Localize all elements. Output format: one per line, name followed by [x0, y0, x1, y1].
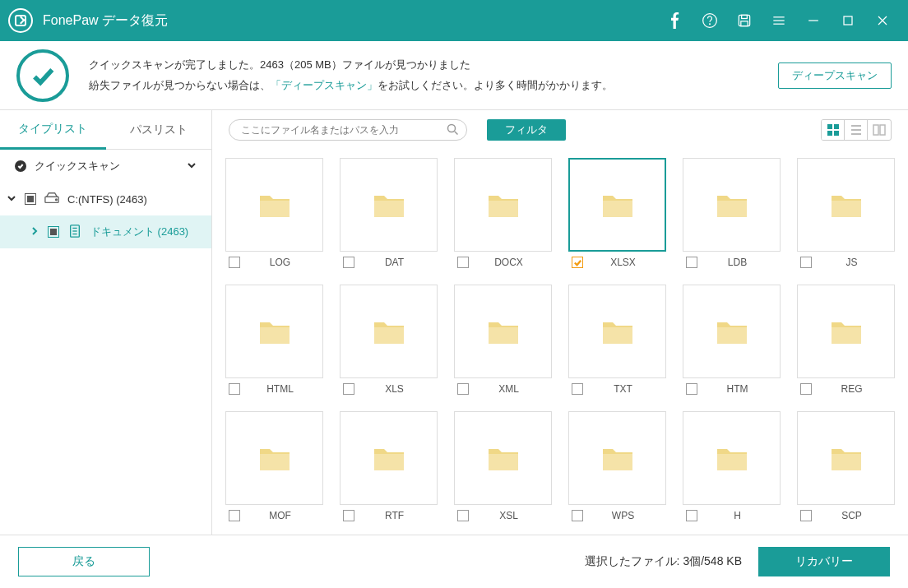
svg-rect-9: [844, 16, 852, 25]
folder-name: JS: [808, 257, 895, 268]
check-icon: [15, 160, 26, 172]
folder-card[interactable]: DAT: [340, 158, 438, 268]
folder-thumb[interactable]: [225, 285, 323, 378]
folder-name: LDB: [694, 257, 781, 268]
close-icon[interactable]: [865, 0, 900, 41]
folder-thumb[interactable]: [340, 411, 438, 505]
status-line1: クイックスキャンが完了しました。2463（205 MB）ファイルが見つかりました: [89, 55, 778, 76]
folder-thumb[interactable]: [797, 158, 895, 252]
folder-card[interactable]: MOF: [225, 411, 323, 521]
tree-quick-scan[interactable]: クイックスキャン: [0, 150, 211, 183]
folder-thumb[interactable]: [797, 285, 895, 378]
svg-rect-22: [827, 131, 832, 136]
folder-thumb[interactable]: [340, 158, 438, 252]
folder-grid-wrap[interactable]: LOGDATDOCXXLSXLDBJSHTMLXLSXMLTXTHTMREGMO…: [212, 150, 908, 535]
folder-card[interactable]: JS: [797, 158, 895, 268]
folder-grid: LOGDATDOCXXLSXLDBJSHTMLXLSXMLTXTHTMREGMO…: [225, 158, 895, 521]
folder-card[interactable]: H: [683, 411, 781, 521]
tree-drive[interactable]: C:(NTFS) (2463): [0, 183, 211, 215]
folder-card[interactable]: REG: [797, 285, 895, 395]
folder-thumb[interactable]: [568, 411, 666, 505]
recover-button[interactable]: リカバリー: [758, 547, 890, 576]
help-icon[interactable]: [693, 0, 727, 41]
maximize-icon[interactable]: [831, 0, 865, 41]
search-icon[interactable]: [447, 123, 459, 139]
menu-icon[interactable]: [762, 0, 796, 41]
scan-complete-icon: [16, 49, 69, 102]
svg-rect-3: [742, 15, 748, 18]
folder-label-row: MOF: [225, 510, 323, 521]
folder-card[interactable]: HTM: [683, 285, 781, 395]
search-input[interactable]: [229, 119, 467, 141]
folder-thumb[interactable]: [454, 158, 552, 252]
svg-point-1: [710, 24, 711, 25]
deep-scan-link[interactable]: 「ディープスキャン」: [271, 79, 378, 91]
view-toggle: [821, 119, 892, 141]
tab-type-list[interactable]: タイプリスト: [0, 110, 106, 150]
app-title: FonePaw データ復元: [43, 12, 168, 30]
folder-card[interactable]: LDB: [683, 158, 781, 268]
folder-label-row: JS: [797, 257, 895, 268]
folder-card[interactable]: XML: [454, 285, 552, 395]
folder-card[interactable]: RTF: [340, 411, 438, 521]
folder-label-row: DOCX: [454, 257, 552, 268]
back-button[interactable]: 戻る: [18, 547, 150, 576]
folder-thumb[interactable]: [454, 285, 552, 378]
folder-name: SCP: [808, 510, 895, 521]
folder-name: MOF: [237, 510, 323, 521]
chevron-down-icon[interactable]: [187, 160, 197, 173]
folder-label-row: HTML: [225, 383, 323, 395]
folder-thumb[interactable]: [340, 285, 438, 378]
minimize-icon[interactable]: [796, 0, 831, 41]
folder-card[interactable]: WPS: [568, 411, 666, 521]
folder-thumb[interactable]: [683, 285, 781, 378]
search-box: [229, 119, 467, 141]
folder-label-row: HTM: [683, 383, 781, 395]
svg-rect-21: [834, 124, 839, 129]
folder-card[interactable]: XLSX: [568, 158, 666, 268]
folder-thumb[interactable]: [683, 158, 781, 252]
folder-card[interactable]: XLS: [340, 285, 438, 395]
folder-label-row: LOG: [225, 257, 323, 268]
title-bar: FonePaw データ復元: [0, 0, 908, 41]
save-icon[interactable]: [727, 0, 762, 41]
checkbox-partial-icon[interactable]: [48, 226, 59, 238]
folder-card[interactable]: HTML: [225, 285, 323, 395]
folder-thumb[interactable]: [683, 411, 781, 505]
document-icon: [67, 225, 82, 240]
chevron-right-icon[interactable]: [30, 226, 39, 238]
status-bar: クイックスキャンが完了しました。2463（205 MB）ファイルが見つかりました…: [0, 41, 908, 110]
folder-thumb[interactable]: [225, 411, 323, 505]
facebook-icon[interactable]: [658, 0, 693, 41]
folder-name: LOG: [237, 257, 323, 268]
checkbox-partial-icon[interactable]: [25, 193, 36, 205]
svg-rect-27: [873, 125, 878, 135]
folder-card[interactable]: DOCX: [454, 158, 552, 268]
main-area: タイプリスト パスリスト クイックスキャン C:(NTFS) (2463) ドキ…: [0, 110, 908, 535]
folder-name: TXT: [580, 383, 666, 395]
sidebar: タイプリスト パスリスト クイックスキャン C:(NTFS) (2463) ドキ…: [0, 110, 212, 535]
tree-documents[interactable]: ドキュメント (2463): [0, 215, 211, 248]
view-list-button[interactable]: [845, 120, 868, 140]
folder-thumb[interactable]: [797, 411, 895, 505]
folder-card[interactable]: SCP: [797, 411, 895, 521]
folder-card[interactable]: LOG: [225, 158, 323, 268]
folder-label-row: REG: [797, 383, 895, 395]
folder-thumb[interactable]: [454, 411, 552, 505]
view-detail-button[interactable]: [868, 120, 891, 140]
folder-thumb[interactable]: [225, 158, 323, 252]
sidebar-tabs: タイプリスト パスリスト: [0, 110, 211, 150]
folder-thumb[interactable]: [568, 285, 666, 378]
filter-button[interactable]: フィルタ: [487, 119, 566, 141]
folder-thumb[interactable]: [568, 158, 666, 252]
folder-card[interactable]: XSL: [454, 411, 552, 521]
svg-rect-23: [834, 131, 839, 136]
chevron-down-icon[interactable]: [7, 193, 16, 206]
folder-label-row: H: [683, 510, 781, 521]
footer: 戻る 選択したファイル: 3個/548 KB リカバリー: [0, 535, 908, 588]
view-grid-button[interactable]: [822, 120, 845, 140]
tab-path-list[interactable]: パスリスト: [106, 110, 212, 150]
deep-scan-button[interactable]: ディープスキャン: [778, 63, 892, 89]
folder-card[interactable]: TXT: [568, 285, 666, 395]
status-text: クイックスキャンが完了しました。2463（205 MB）ファイルが見つかりました…: [89, 55, 778, 95]
